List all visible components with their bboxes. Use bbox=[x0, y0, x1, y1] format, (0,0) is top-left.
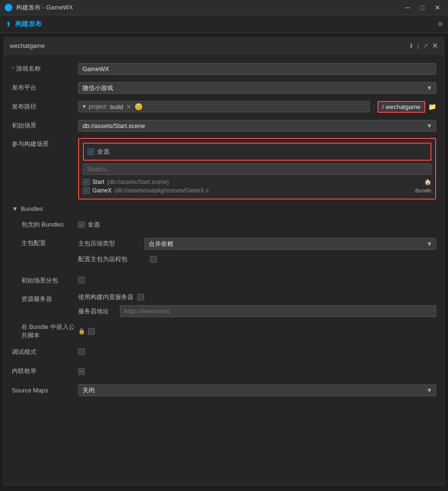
remote-pkg-checkbox[interactable] bbox=[150, 256, 157, 263]
source-maps-row: Source Maps 关闭 ▼ bbox=[12, 383, 436, 397]
remote-pkg-row: 配置主包为远程包 bbox=[78, 255, 436, 264]
toolbar-icon: ⬆ bbox=[6, 20, 11, 28]
inline-enum-label: 内联枚举 bbox=[12, 367, 78, 375]
bundles-section: ▼ Bundles 包含的 Bundles 全选 主包配置 bbox=[12, 205, 436, 340]
embed-script-row: 在 Bundle 中嵌入公共脚本 🔒 bbox=[21, 323, 436, 340]
build-scenes-row: 参与构建场景 全选 Start (db://assets/Start.scene… bbox=[12, 138, 436, 200]
panel-separator: | bbox=[418, 42, 419, 49]
compression-control: 合并依赖 ▼ bbox=[144, 238, 436, 250]
panel-title: wechatgame bbox=[10, 42, 45, 49]
main-pkg-row: 主包配置 主包压缩类型 合并依赖 ▼ 配置主包为远程 bbox=[21, 237, 436, 268]
toolbar-title: 构建发布 bbox=[15, 20, 42, 28]
embed-script-control: 🔒 bbox=[78, 328, 436, 335]
close-button[interactable]: ✕ bbox=[432, 3, 443, 12]
use-builtin-label: 使用构建内置服务器 bbox=[78, 293, 134, 301]
scene-start-checkbox[interactable] bbox=[83, 179, 90, 185]
game-name-input[interactable] bbox=[78, 63, 436, 75]
scene-start-path: (db://assets/Start.scene) bbox=[107, 179, 169, 185]
panel-actions: ⬇ | ↗ ✕ bbox=[409, 41, 438, 50]
path-emoji-icon[interactable]: 😊 bbox=[134, 103, 143, 110]
scene-item-gamex: GameX (db://assets/subpkg/scenes/GameX.s… bbox=[83, 186, 431, 195]
path-suffix[interactable]: / wechatgame bbox=[377, 101, 425, 113]
resource-server-label: 资源服务器 bbox=[21, 293, 78, 303]
initial-scene-pkg-row: 初始场景分包 bbox=[21, 274, 436, 287]
bundles-collapse-icon: ▼ bbox=[12, 205, 18, 212]
remote-pkg-label: 配置主包为远程包 bbox=[78, 255, 144, 264]
path-folder-icon[interactable]: 📁 bbox=[428, 103, 436, 110]
embed-script-checkbox[interactable] bbox=[88, 328, 95, 335]
main-panel: wechatgame ⬇ | ↗ ✕ * 游戏名称 发布平台 微信小游戏 bbox=[4, 37, 444, 485]
scenes-search-input[interactable] bbox=[83, 164, 431, 175]
select-all-label: 全选 bbox=[97, 147, 109, 156]
select-all-checkbox[interactable] bbox=[88, 148, 94, 155]
included-bundles-label: 包含的 Bundles bbox=[21, 220, 78, 229]
platform-select[interactable]: 微信小游戏 bbox=[78, 82, 436, 94]
path-label: 发布路径 bbox=[12, 102, 78, 111]
use-builtin-checkbox[interactable] bbox=[137, 294, 144, 300]
source-maps-label: Source Maps bbox=[12, 387, 78, 394]
embed-script-label: 在 Bundle 中嵌入公共脚本 bbox=[21, 323, 78, 340]
debug-mode-row: 调试模式 bbox=[12, 346, 436, 359]
main-pkg-control: 主包压缩类型 合并依赖 ▼ 配置主包为远程包 bbox=[78, 237, 436, 268]
scene-gamex-name: GameX bbox=[92, 187, 112, 194]
panel-close-button[interactable]: ✕ bbox=[432, 41, 438, 50]
build-scenes-label: 参与构建场景 bbox=[12, 138, 78, 148]
scene-start-home-icon: 🏠 bbox=[424, 179, 431, 185]
compression-select[interactable]: 合并依赖 bbox=[144, 238, 436, 250]
path-row: 发布路径 ▼ project: build ✕ 😊 / / wechatgame… bbox=[12, 100, 436, 113]
toolbar: ⬆ 构建发布 ≡ bbox=[0, 15, 448, 33]
bundles-select-all-label: 全选 bbox=[88, 220, 100, 229]
platform-control: 微信小游戏 ▼ bbox=[78, 82, 436, 94]
window-title: 构建发布 - GameWX bbox=[16, 3, 399, 12]
bundles-section-header[interactable]: ▼ Bundles bbox=[12, 205, 436, 212]
export-icon[interactable]: ↗ bbox=[423, 42, 428, 49]
compression-label: 主包压缩类型 bbox=[78, 239, 144, 248]
platform-row: 发布平台 微信小游戏 ▼ bbox=[12, 81, 436, 94]
initial-scene-pkg-label: 初始场景分包 bbox=[21, 276, 78, 285]
inline-enum-row: 内联枚举 bbox=[12, 364, 436, 378]
import-icon[interactable]: ⬇ bbox=[409, 42, 414, 49]
source-maps-select[interactable]: 关闭 bbox=[78, 384, 436, 396]
use-builtin-row: 使用构建内置服务器 bbox=[78, 293, 436, 301]
panel-content: * 游戏名称 发布平台 微信小游戏 ▼ 发布路径 ▼ project: buil bbox=[4, 55, 444, 485]
initial-scene-row: 初始场景 db://assets/Start.scene ▼ bbox=[12, 119, 436, 132]
title-bar: 构建发布 - GameWX ─ □ ✕ bbox=[0, 0, 448, 15]
game-name-row: * 游戏名称 bbox=[12, 62, 436, 75]
window-controls: ─ □ ✕ bbox=[403, 3, 443, 12]
path-project-row: ▼ project: build ✕ 😊 bbox=[78, 101, 370, 112]
game-name-control bbox=[78, 63, 436, 75]
path-tag: ▼ project: bbox=[81, 103, 108, 110]
server-addr-row: 服务器地址 bbox=[78, 305, 436, 317]
maximize-button[interactable]: □ bbox=[418, 3, 427, 12]
inline-enum-checkbox[interactable] bbox=[78, 368, 85, 375]
select-all-row: 全选 bbox=[83, 143, 431, 161]
path-clear-icon[interactable]: ✕ bbox=[126, 103, 132, 110]
scenes-panel: 全选 Start (db://assets/Start.scene) 🏠 Gam… bbox=[78, 138, 436, 200]
bundles-section-label: Bundles bbox=[21, 205, 43, 212]
path-divider: / bbox=[373, 103, 375, 110]
scene-item-start: Start (db://assets/Start.scene) 🏠 bbox=[83, 178, 431, 186]
scene-gamex-badge: Bundle bbox=[415, 188, 431, 193]
debug-mode-checkbox[interactable] bbox=[78, 348, 85, 355]
scene-gamex-path: (db://assets/subpkg/scenes/GameX.s bbox=[115, 187, 209, 194]
compression-row: 主包压缩类型 合并依赖 ▼ bbox=[78, 237, 436, 250]
included-bundles-row: 包含的 Bundles 全选 bbox=[21, 218, 436, 231]
initial-scene-label: 初始场景 bbox=[12, 121, 78, 130]
inline-enum-control bbox=[78, 367, 436, 375]
source-maps-control: 关闭 ▼ bbox=[78, 384, 436, 396]
app-icon bbox=[5, 4, 12, 11]
initial-scene-select[interactable]: db://assets/Start.scene bbox=[78, 120, 436, 132]
server-addr-label: 服务器地址 bbox=[78, 307, 116, 316]
server-addr-input[interactable] bbox=[120, 305, 436, 317]
path-control: ▼ project: build ✕ 😊 / / wechatgame 📁 bbox=[78, 101, 436, 113]
minimize-button[interactable]: ─ bbox=[403, 3, 413, 12]
menu-icon[interactable]: ≡ bbox=[438, 20, 442, 28]
debug-mode-label: 调试模式 bbox=[12, 348, 78, 356]
bundles-select-all-checkbox[interactable] bbox=[78, 221, 85, 228]
build-scenes-control: 全选 Start (db://assets/Start.scene) 🏠 Gam… bbox=[78, 138, 436, 200]
debug-mode-control bbox=[78, 348, 436, 356]
resource-server-row: 资源服务器 使用构建内置服务器 服务器地址 bbox=[21, 293, 436, 317]
main-pkg-label: 主包配置 bbox=[21, 237, 78, 247]
initial-scene-pkg-checkbox[interactable] bbox=[78, 277, 85, 283]
scene-gamex-checkbox[interactable] bbox=[83, 187, 90, 194]
